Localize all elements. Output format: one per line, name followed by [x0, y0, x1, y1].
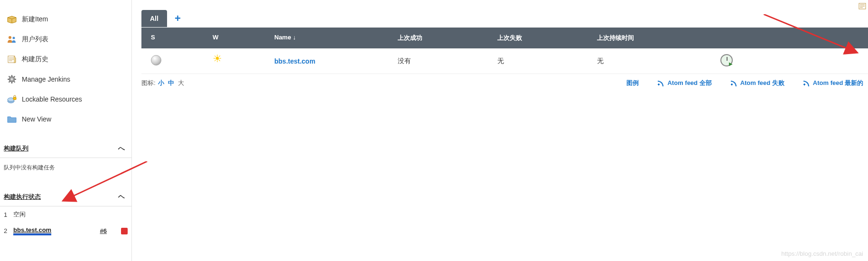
sidebar-item-new[interactable]: 新建Item	[0, 9, 131, 29]
tab-all[interactable]: All	[141, 10, 167, 27]
sidebar: 新建Item 用户列表 构建历史 Manage Jenkins Lockable…	[0, 0, 132, 261]
svg-point-1	[13, 37, 15, 39]
gear-icon	[7, 74, 17, 84]
build-queue-title: 构建队列	[4, 144, 28, 153]
svg-point-4	[11, 78, 13, 81]
sidebar-item-label: Manage Jenkins	[22, 75, 70, 83]
watermark: https://blog.csdn.net/robin_cai	[781, 250, 863, 257]
table-row: bbs.test.com 没有 无 无	[141, 48, 868, 74]
sidebar-item-users[interactable]: 用户列表	[0, 29, 131, 49]
build-number-link[interactable]: #6	[100, 227, 107, 234]
feed-links: 图例 Atom feed 全部 Atom feed 失败 Atom feed 最…	[626, 79, 863, 87]
build-queue-empty: 队列中没有构建任务	[0, 158, 131, 177]
atom-feed-all[interactable]: Atom feed 全部	[658, 79, 711, 87]
build-queue-header[interactable]: 构建队列 へ	[0, 139, 131, 158]
add-view-button[interactable]: +	[169, 9, 187, 28]
executor-number: 1	[4, 211, 10, 218]
table-footer: 图标: 小 中 大 图例 Atom feed 全部 Atom feed 失败 A…	[141, 79, 868, 87]
col-weather[interactable]: W	[203, 28, 265, 48]
executor-number: 2	[4, 227, 10, 234]
col-status[interactable]: S	[141, 28, 203, 48]
sidebar-item-lockable[interactable]: Lockable Resources	[0, 89, 131, 109]
stop-build-icon[interactable]	[121, 228, 128, 234]
icon-size-small[interactable]: 小	[158, 79, 164, 86]
rss-icon	[731, 80, 737, 86]
history-icon	[7, 54, 17, 65]
sidebar-item-label: New View	[22, 115, 51, 123]
atom-feed-latest[interactable]: Atom feed 最新的	[803, 79, 863, 87]
lock-resource-icon	[7, 94, 17, 104]
sun-icon	[213, 55, 223, 65]
executor-label: 空闲	[13, 210, 128, 219]
last-success-cell: 没有	[388, 51, 488, 71]
last-failure-cell: 无	[488, 51, 588, 71]
executor-row-idle: 1 空闲	[0, 206, 131, 223]
executor-job-link[interactable]: bbs.test.com	[13, 226, 100, 235]
package-icon	[7, 14, 17, 25]
view-tabs: All +	[141, 9, 868, 28]
sidebar-item-label: 用户列表	[22, 35, 48, 44]
sidebar-item-label: 构建历史	[22, 55, 48, 64]
main-content: All + S W Name ↓ 上次成功 上次失败 上次持续时间 bbs.te…	[132, 0, 868, 261]
legend-link[interactable]: 图例	[626, 79, 639, 87]
svg-rect-7	[13, 97, 16, 100]
folder-plus-icon	[7, 114, 17, 124]
chevron-up-icon: ヘ	[118, 193, 125, 201]
rss-icon	[803, 80, 810, 86]
sidebar-item-manage[interactable]: Manage Jenkins	[0, 69, 131, 89]
weather-cell	[203, 49, 265, 73]
svg-point-0	[9, 36, 11, 39]
sidebar-item-label: Lockable Resources	[22, 95, 82, 103]
status-cell	[141, 49, 203, 73]
atom-feed-failures[interactable]: Atom feed 失败	[731, 79, 784, 87]
last-duration-cell: 无	[588, 51, 711, 71]
sidebar-item-label: 新建Item	[22, 15, 48, 24]
executor-status-header[interactable]: 构建执行状态 ヘ	[0, 187, 131, 206]
icon-size-large[interactable]: 大	[178, 79, 184, 86]
col-last-success[interactable]: 上次成功	[388, 28, 488, 48]
icon-size-medium[interactable]: 中	[168, 79, 174, 86]
col-last-failure[interactable]: 上次失败	[488, 28, 588, 48]
sidebar-item-history[interactable]: 构建历史	[0, 49, 131, 69]
edit-description-icon[interactable]	[859, 3, 867, 9]
rss-icon	[658, 80, 664, 86]
schedule-build-icon[interactable]	[720, 54, 733, 66]
status-ball-icon	[151, 55, 161, 65]
job-name-link[interactable]: bbs.test.com	[274, 57, 315, 65]
executor-status-title: 构建执行状态	[4, 193, 41, 201]
chevron-up-icon: へ	[118, 144, 125, 153]
sidebar-item-new-view[interactable]: New View	[0, 109, 131, 129]
users-icon	[7, 34, 17, 45]
col-last-duration[interactable]: 上次持续时间	[588, 28, 711, 48]
job-table-header: S W Name ↓ 上次成功 上次失败 上次持续时间	[141, 28, 868, 48]
executor-row-running: 2 bbs.test.com #6	[0, 223, 131, 239]
col-name[interactable]: Name ↓	[265, 28, 388, 48]
icon-size-selector: 图标: 小 中 大	[141, 79, 185, 87]
